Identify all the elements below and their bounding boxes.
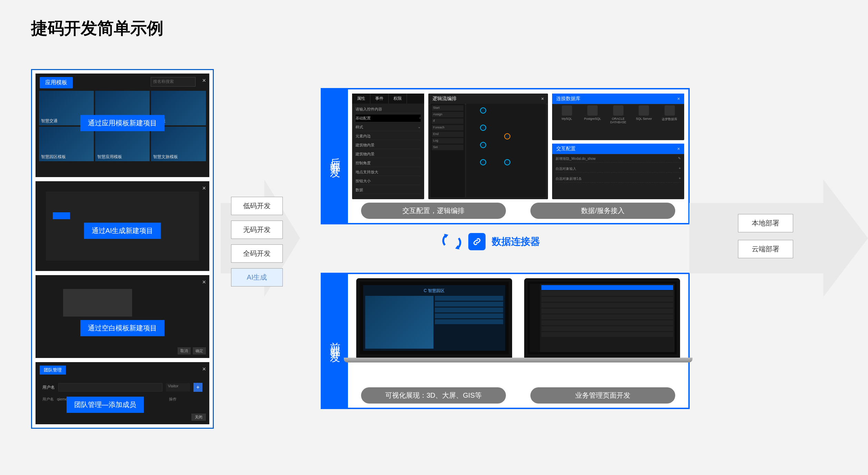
sync-icon [441, 231, 462, 252]
opt-nocode[interactable]: 无码开发 [231, 221, 283, 239]
close-icon[interactable]: × [202, 77, 206, 84]
db-name: PostgreSQL [584, 117, 601, 120]
close-button[interactable]: 关闭 [191, 414, 206, 421]
backend-box: 后端开发 属性 事件 权限 请输入控件内容 基础配置› 样式⌄ 元素内边 建筑物… [321, 88, 690, 224]
close-icon[interactable]: × [202, 185, 206, 192]
dameng-icon [665, 105, 675, 116]
db-dameng[interactable]: 达梦数据库 [659, 105, 681, 124]
tab-perm[interactable]: 权限 [389, 94, 407, 104]
flow-palette: Start Assign If Foreach End Log Set [430, 104, 465, 197]
prop-section[interactable]: 基础配置› [356, 115, 421, 122]
flow-item[interactable]: Assign [432, 112, 463, 117]
dash-3d-view [365, 296, 433, 349]
flow-item[interactable]: Foreach [432, 125, 463, 130]
panel-blank-template: × 取消 确定 通过空白模板新建项目 [36, 275, 209, 358]
laptop-base [344, 358, 524, 362]
role-select[interactable]: Visitor [166, 383, 190, 391]
inter-row[interactable]: 自选对象输入+ [556, 165, 681, 173]
blank-preview [63, 289, 132, 317]
template-cell[interactable]: 智慧文旅模板 [151, 127, 206, 161]
prop-row[interactable]: 控制角度 [356, 159, 421, 167]
sqlserver-icon [639, 105, 649, 116]
template-cell[interactable]: 智慧园区模板 [39, 127, 94, 161]
dash-charts [435, 296, 503, 349]
flow-canvas[interactable] [466, 104, 546, 197]
flow-node[interactable] [504, 133, 510, 139]
template-cell[interactable]: 智慧应用模板 [95, 127, 150, 161]
laptop-base [512, 358, 692, 362]
add-button[interactable]: + [193, 383, 202, 392]
backend-label: 后端开发 [322, 89, 348, 223]
laptop-screen: C 智慧园区 [356, 278, 512, 358]
prop-row[interactable]: 数据 [356, 186, 421, 194]
db-mysql[interactable]: MySQL [556, 105, 578, 124]
tab-props[interactable]: 属性 [352, 94, 370, 104]
page-title: 捷码开发简单示例 [31, 17, 163, 39]
prop-row[interactable]: 按钮大小 [356, 177, 421, 185]
flow-node[interactable] [480, 125, 486, 131]
confirm-button[interactable]: 确定 [193, 347, 206, 355]
interaction-panel: 交互配置× 新增渐隐_Modal.do_show✎ 自选对象输入+ 自选对象新增… [552, 144, 684, 199]
prop-row[interactable]: 建筑物内景 [356, 142, 421, 149]
overlay-team-add: 团队管理—添加成员 [67, 397, 144, 413]
close-icon[interactable]: × [202, 366, 206, 373]
cancel-button[interactable]: 取消 [178, 347, 191, 355]
flow-item[interactable]: If [432, 118, 463, 124]
pill-interaction-logic: 交互配置，逻辑编排 [361, 203, 506, 219]
flow-item[interactable]: Set [432, 145, 463, 150]
panel-ai-generate: × 通过AI生成新建项目 [36, 181, 209, 271]
logic-flow-panel: 逻辑流编排× Start Assign If Foreach End Log S… [428, 94, 548, 199]
inter-row[interactable]: 自选对象新增1条+ [556, 175, 681, 183]
flow-node[interactable] [480, 159, 486, 165]
user-input[interactable] [58, 383, 162, 391]
flow-node[interactable] [480, 107, 486, 114]
close-icon[interactable]: × [677, 146, 680, 152]
db-panel: 连接数据库× MySQL PostgreSQL ORACLE DATABASE … [552, 94, 684, 140]
opt-ai[interactable]: AI生成 [231, 268, 283, 287]
frontend-label: 前端开发 [322, 274, 348, 408]
col-user: 用户名 [42, 397, 54, 401]
db-name: 达梦数据库 [662, 117, 677, 122]
opt-lowcode[interactable]: 低码开发 [231, 197, 283, 215]
user-label: 用户名 [42, 385, 55, 390]
prop-row[interactable]: 元素内边 [356, 133, 421, 140]
link-icon [468, 233, 486, 250]
flow-item[interactable]: End [432, 132, 463, 137]
db-oracle[interactable]: ORACLE DATABASE [607, 105, 629, 124]
flow-node[interactable] [480, 142, 486, 148]
db-postgres[interactable]: PostgreSQL [581, 105, 604, 124]
props-panel: 属性 事件 权限 请输入控件内容 基础配置› 样式⌄ 元素内边 建筑物内景 建筑… [352, 94, 424, 199]
pill-data-service: 数据/服务接入 [530, 203, 675, 219]
overlay-new-from-blank: 通过空白模板新建项目 [80, 320, 164, 336]
prop-row[interactable]: 建筑物内景 [356, 151, 421, 158]
tab-app-template[interactable]: 应用模板 [40, 77, 73, 88]
prop-row[interactable]: 地点支持放大 [356, 168, 421, 176]
tab-events[interactable]: 事件 [370, 94, 389, 104]
search-input[interactable]: 按名称搜索 [151, 77, 196, 87]
db-name: SQL Server [636, 117, 652, 120]
db-name: MySQL [562, 117, 572, 120]
template-caption: 智慧文旅模板 [153, 154, 178, 160]
opt-fullcode[interactable]: 全码开发 [231, 244, 283, 263]
col-op: 操作 [169, 397, 177, 401]
close-icon[interactable]: × [202, 279, 206, 286]
pill-biz-page: 业务管理页面开发 [530, 387, 675, 404]
inter-row[interactable]: 新增渐隐_Modal.do_show✎ [556, 155, 681, 163]
db-sqlserver[interactable]: SQL Server [633, 105, 655, 124]
laptop-management [520, 278, 685, 384]
flow-node[interactable] [504, 159, 510, 165]
opt-cloud-deploy[interactable]: 云端部署 [738, 240, 793, 258]
laptop-dashboard: C 智慧园区 [352, 278, 516, 384]
close-icon[interactable]: × [541, 96, 544, 101]
close-icon[interactable]: × [677, 96, 680, 101]
panel-app-template: 应用模板 按名称搜索 × 智慧交通 厂模板 智慧园区模板 智慧应用模板 智慧文旅… [36, 74, 209, 177]
prop-section[interactable]: 样式⌄ [356, 124, 421, 131]
deploy-options: 本地部署 云端部署 [738, 214, 793, 258]
postgres-icon [587, 105, 598, 116]
opt-local-deploy[interactable]: 本地部署 [738, 214, 793, 232]
flow-item[interactable]: Start [432, 105, 463, 111]
mgmt-preview [530, 284, 675, 352]
flow-item[interactable]: Log [432, 138, 463, 144]
flow-title: 逻辑流编排 [432, 96, 457, 102]
mysql-icon [562, 105, 572, 116]
